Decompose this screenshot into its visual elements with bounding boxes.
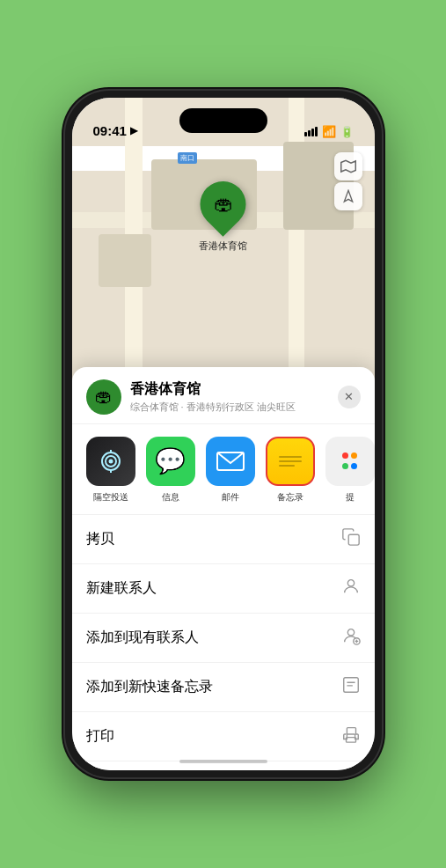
phone-screen: 09:41 ▶ 📶 🔋 xyxy=(72,98,375,770)
more-label: 提 xyxy=(346,491,355,504)
pin-circle: 🏟 xyxy=(191,172,256,237)
messages-label: 信息 xyxy=(162,491,179,504)
status-time: 09:41 xyxy=(93,123,127,138)
bottom-sheet: 🏟 香港体育馆 综合体育馆 · 香港特别行政区 油尖旺区 ✕ xyxy=(72,367,375,770)
share-item-more[interactable]: 提 xyxy=(325,437,375,504)
action-list: 拷贝 新建联系人 xyxy=(72,515,375,761)
new-contact-icon xyxy=(341,577,361,600)
close-button[interactable]: ✕ xyxy=(338,386,361,408)
add-contact-icon xyxy=(341,626,361,650)
dynamic-island xyxy=(179,108,267,133)
svg-point-2 xyxy=(108,459,113,463)
venue-info: 香港体育馆 综合体育馆 · 香港特别行政区 油尖旺区 xyxy=(130,380,329,414)
venue-header: 🏟 香港体育馆 综合体育馆 · 香港特别行政区 油尖旺区 ✕ xyxy=(72,367,375,424)
map-controls xyxy=(334,152,362,210)
location-button[interactable] xyxy=(334,182,362,210)
battery-icon: 🔋 xyxy=(340,126,354,138)
action-print-label: 打印 xyxy=(86,727,114,746)
svg-point-9 xyxy=(347,629,354,635)
svg-point-8 xyxy=(347,579,354,585)
more-dots xyxy=(342,452,357,469)
copy-icon xyxy=(341,527,361,551)
messages-icon: 💬 xyxy=(146,437,195,486)
airdrop-icon xyxy=(86,437,135,486)
print-icon xyxy=(341,725,361,748)
mail-icon xyxy=(206,437,255,486)
airdrop-label: 隔空投送 xyxy=(93,491,128,504)
map-view-toggle[interactable] xyxy=(334,152,362,180)
map-block3 xyxy=(99,234,151,287)
action-quick-note[interactable]: 添加到新快速备忘录 xyxy=(72,663,375,712)
wifi-icon: 📶 xyxy=(322,125,336,138)
action-add-contact-label: 添加到现有联系人 xyxy=(86,629,199,647)
notes-icon xyxy=(266,437,315,486)
venue-name: 香港体育馆 xyxy=(130,380,329,399)
mail-label: 邮件 xyxy=(222,491,239,504)
venue-icon: 🏟 xyxy=(86,379,121,415)
share-item-messages[interactable]: 💬 信息 xyxy=(146,437,195,504)
svg-rect-13 xyxy=(343,677,358,692)
status-icons: 📶 🔋 xyxy=(304,125,354,138)
map-label-nankou: 南口 xyxy=(178,152,197,164)
action-copy[interactable]: 拷贝 xyxy=(72,515,375,564)
action-copy-label: 拷贝 xyxy=(86,530,114,548)
action-print[interactable]: 打印 xyxy=(72,712,375,761)
share-item-airdrop[interactable]: 隔空投送 xyxy=(86,437,135,504)
venue-sub: 综合体育馆 · 香港特别行政区 油尖旺区 xyxy=(130,401,329,414)
stadium-pin: 🏟 香港体育馆 xyxy=(199,181,247,253)
action-new-contact-label: 新建联系人 xyxy=(86,579,157,598)
action-new-contact[interactable]: 新建联系人 xyxy=(72,564,375,614)
svg-rect-7 xyxy=(348,534,359,545)
svg-rect-16 xyxy=(346,737,355,742)
quick-note-icon xyxy=(341,675,361,699)
nankou-tag: 南口 xyxy=(178,152,197,164)
share-row: 隔空投送 💬 信息 邮件 xyxy=(72,424,375,515)
share-item-mail[interactable]: 邮件 xyxy=(206,437,255,504)
share-item-notes[interactable]: 备忘录 xyxy=(266,437,315,504)
action-quick-note-label: 添加到新快速备忘录 xyxy=(86,678,213,696)
phone-frame: 09:41 ▶ 📶 🔋 xyxy=(65,91,382,777)
notes-label: 备忘录 xyxy=(277,491,303,504)
action-add-contact[interactable]: 添加到现有联系人 xyxy=(72,614,375,663)
home-indicator xyxy=(179,760,267,763)
pin-label: 香港体育馆 xyxy=(199,239,247,253)
signal-bars xyxy=(304,127,318,136)
pin-icon: 🏟 xyxy=(214,193,233,216)
location-icon: ▶ xyxy=(130,125,137,136)
more-icon xyxy=(325,437,375,486)
